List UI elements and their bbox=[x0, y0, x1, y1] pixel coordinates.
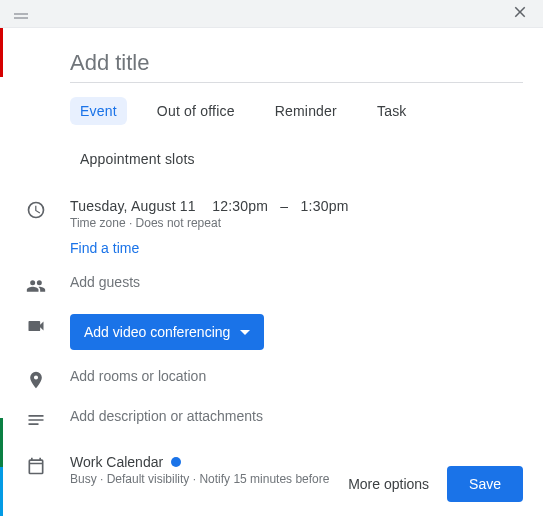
time-subtext[interactable]: Time zone · Does not repeat bbox=[70, 216, 523, 230]
video-row: Add video conferencing bbox=[20, 305, 523, 359]
add-description-field[interactable]: Add description or attachments bbox=[70, 408, 263, 424]
clock-icon bbox=[20, 198, 70, 220]
find-a-time-link[interactable]: Find a time bbox=[70, 240, 139, 256]
more-options-button[interactable]: More options bbox=[348, 476, 429, 492]
drag-handle-icon[interactable] bbox=[14, 13, 28, 15]
chevron-down-icon bbox=[240, 330, 250, 335]
people-icon bbox=[20, 274, 70, 296]
save-button[interactable]: Save bbox=[447, 466, 523, 502]
calendar-color-dot bbox=[171, 457, 181, 467]
left-edge-accent bbox=[0, 28, 3, 516]
description-row: Add description or attachments bbox=[20, 399, 523, 439]
video-icon bbox=[20, 314, 70, 336]
location-icon bbox=[20, 368, 70, 390]
add-location-field[interactable]: Add rooms or location bbox=[70, 368, 206, 384]
event-date[interactable]: Tuesday, August 11 bbox=[70, 198, 196, 214]
guests-row: Add guests bbox=[20, 265, 523, 305]
calendar-icon bbox=[20, 454, 70, 476]
event-start-time[interactable]: 12:30pm bbox=[212, 198, 268, 214]
tab-task[interactable]: Task bbox=[367, 97, 417, 125]
event-time[interactable]: Tuesday, August 11 12:30pm – 1:30pm bbox=[70, 198, 523, 214]
close-icon[interactable] bbox=[511, 3, 529, 24]
add-guests-field[interactable]: Add guests bbox=[70, 274, 140, 290]
description-icon bbox=[20, 408, 70, 430]
video-button-label: Add video conferencing bbox=[84, 324, 230, 340]
tab-event[interactable]: Event bbox=[70, 97, 127, 125]
tab-out-of-office[interactable]: Out of office bbox=[147, 97, 245, 125]
tab-appointment-slots[interactable]: Appointment slots bbox=[70, 145, 205, 173]
location-row: Add rooms or location bbox=[20, 359, 523, 399]
tab-reminder[interactable]: Reminder bbox=[265, 97, 347, 125]
dialog-footer: More options Save bbox=[348, 466, 523, 502]
time-separator: – bbox=[280, 198, 288, 214]
time-row: Tuesday, August 11 12:30pm – 1:30pm Time… bbox=[20, 189, 523, 265]
title-input[interactable] bbox=[70, 46, 523, 83]
dialog-topbar bbox=[0, 0, 543, 28]
add-video-conferencing-button[interactable]: Add video conferencing bbox=[70, 314, 264, 350]
calendar-name: Work Calendar bbox=[70, 454, 163, 470]
event-end-time[interactable]: 1:30pm bbox=[301, 198, 349, 214]
event-type-tabs: Event Out of office Reminder Task Appoin… bbox=[70, 97, 523, 173]
